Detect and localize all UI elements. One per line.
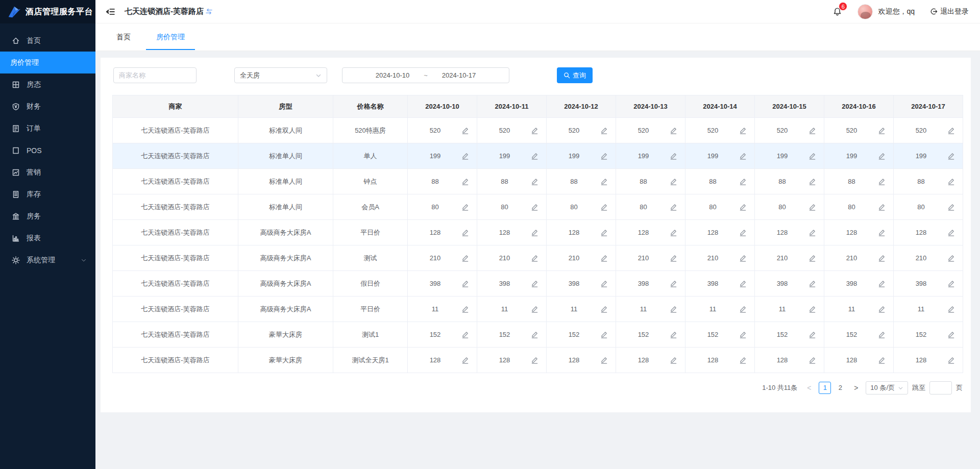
- edit-icon[interactable]: [461, 254, 469, 262]
- edit-icon[interactable]: [878, 152, 886, 160]
- notification-bell-icon[interactable]: 6: [831, 6, 843, 18]
- table-row[interactable]: 七天连锁酒店-芙蓉路店高级商务大床房A平日价128128128128128128…: [113, 220, 963, 245]
- jump-page-input[interactable]: [929, 381, 952, 394]
- edit-icon[interactable]: [531, 229, 538, 236]
- page-number-2[interactable]: 2: [834, 382, 846, 394]
- table-row[interactable]: 七天连锁酒店-芙蓉路店豪華大床房测试1152152152152152152152…: [113, 322, 963, 348]
- edit-icon[interactable]: [808, 331, 816, 338]
- edit-icon[interactable]: [531, 127, 538, 134]
- next-page-button[interactable]: >: [850, 384, 862, 392]
- edit-icon[interactable]: [670, 178, 677, 185]
- edit-icon[interactable]: [947, 203, 955, 211]
- edit-icon[interactable]: [739, 203, 747, 211]
- edit-icon[interactable]: [808, 127, 816, 134]
- sidebar-item-system[interactable]: 系统管理: [0, 249, 95, 271]
- date-start[interactable]: 2024-10-10: [376, 71, 410, 79]
- edit-icon[interactable]: [531, 356, 538, 364]
- edit-icon[interactable]: [600, 280, 608, 287]
- table-row[interactable]: 七天连锁酒店-芙蓉路店标准双人间520特惠房520520520520520520…: [113, 118, 963, 143]
- edit-icon[interactable]: [531, 178, 538, 185]
- edit-icon[interactable]: [461, 203, 469, 211]
- edit-icon[interactable]: [670, 127, 677, 134]
- edit-icon[interactable]: [878, 356, 886, 364]
- page-size-select[interactable]: 10 条/页: [866, 381, 908, 394]
- edit-icon[interactable]: [600, 305, 608, 313]
- edit-icon[interactable]: [878, 203, 886, 211]
- edit-icon[interactable]: [739, 152, 747, 160]
- edit-icon[interactable]: [670, 254, 677, 262]
- edit-icon[interactable]: [947, 178, 955, 185]
- edit-icon[interactable]: [739, 305, 747, 313]
- edit-icon[interactable]: [600, 254, 608, 262]
- sidebar-item-pos[interactable]: POS: [0, 139, 95, 161]
- edit-icon[interactable]: [461, 127, 469, 134]
- edit-icon[interactable]: [808, 178, 816, 185]
- edit-icon[interactable]: [461, 229, 469, 236]
- menu-collapse-icon[interactable]: [105, 6, 116, 17]
- edit-icon[interactable]: [947, 356, 955, 364]
- edit-icon[interactable]: [670, 305, 677, 313]
- edit-icon[interactable]: [461, 356, 469, 364]
- edit-icon[interactable]: [808, 229, 816, 236]
- prev-page-button[interactable]: <: [803, 384, 815, 392]
- sidebar-item-housekeeping[interactable]: 房务: [0, 205, 95, 227]
- sidebar-item-room-price[interactable]: 房价管理: [0, 52, 95, 73]
- page-number-1[interactable]: 1: [819, 382, 831, 394]
- edit-icon[interactable]: [808, 356, 816, 364]
- edit-icon[interactable]: [600, 127, 608, 134]
- search-button[interactable]: 查询: [557, 67, 593, 83]
- edit-icon[interactable]: [600, 178, 608, 185]
- table-row[interactable]: 七天连锁酒店-芙蓉路店高级商务大床房A假日价398398398398398398…: [113, 271, 963, 297]
- table-row[interactable]: 七天连锁酒店-芙蓉路店高级商务大床房A平日价1111111111111111: [113, 297, 963, 322]
- sidebar-item-room-status[interactable]: 房态: [0, 73, 95, 95]
- edit-icon[interactable]: [878, 229, 886, 236]
- edit-icon[interactable]: [947, 305, 955, 313]
- edit-icon[interactable]: [531, 280, 538, 287]
- table-row[interactable]: 七天连锁酒店-芙蓉路店标准单人间单人1991991991991991991991…: [113, 143, 963, 169]
- edit-icon[interactable]: [531, 331, 538, 338]
- edit-icon[interactable]: [878, 305, 886, 313]
- sidebar-item-report[interactable]: 报表: [0, 227, 95, 249]
- edit-icon[interactable]: [878, 280, 886, 287]
- sidebar-item-inventory[interactable]: 库存: [0, 183, 95, 205]
- table-row[interactable]: 七天连锁酒店-芙蓉路店高级商务大床房A测试2102102102102102102…: [113, 245, 963, 271]
- edit-icon[interactable]: [461, 152, 469, 160]
- edit-icon[interactable]: [531, 203, 538, 211]
- edit-icon[interactable]: [461, 305, 469, 313]
- table-row[interactable]: 七天连锁酒店-芙蓉路店标准单人间钟点8888888888888888: [113, 169, 963, 194]
- edit-icon[interactable]: [947, 331, 955, 338]
- edit-icon[interactable]: [600, 331, 608, 338]
- edit-icon[interactable]: [531, 305, 538, 313]
- edit-icon[interactable]: [461, 178, 469, 185]
- edit-icon[interactable]: [461, 331, 469, 338]
- edit-icon[interactable]: [600, 203, 608, 211]
- sidebar-item-home[interactable]: 首页: [0, 30, 95, 52]
- edit-icon[interactable]: [739, 127, 747, 134]
- edit-icon[interactable]: [947, 280, 955, 287]
- edit-icon[interactable]: [808, 203, 816, 211]
- edit-icon[interactable]: [947, 229, 955, 236]
- edit-icon[interactable]: [670, 331, 677, 338]
- edit-icon[interactable]: [878, 331, 886, 338]
- sidebar-item-finance[interactable]: 财务: [0, 95, 95, 117]
- edit-icon[interactable]: [670, 229, 677, 236]
- tab-room-price[interactable]: 房价管理: [146, 23, 195, 51]
- edit-icon[interactable]: [600, 356, 608, 364]
- edit-icon[interactable]: [739, 178, 747, 185]
- edit-icon[interactable]: [808, 254, 816, 262]
- edit-icon[interactable]: [878, 254, 886, 262]
- date-end[interactable]: 2024-10-17: [442, 71, 476, 79]
- date-range-picker[interactable]: 2024-10-10 ~ 2024-10-17: [342, 67, 509, 83]
- table-row[interactable]: 七天连锁酒店-芙蓉路店标准单人间会员A8080808080808080: [113, 194, 963, 220]
- edit-icon[interactable]: [600, 229, 608, 236]
- edit-icon[interactable]: [461, 280, 469, 287]
- edit-icon[interactable]: [947, 127, 955, 134]
- sidebar-item-marketing[interactable]: 营销: [0, 161, 95, 183]
- edit-icon[interactable]: [878, 178, 886, 185]
- edit-icon[interactable]: [808, 305, 816, 313]
- edit-icon[interactable]: [808, 152, 816, 160]
- edit-icon[interactable]: [670, 280, 677, 287]
- edit-icon[interactable]: [600, 152, 608, 160]
- edit-icon[interactable]: [947, 152, 955, 160]
- edit-icon[interactable]: [739, 331, 747, 338]
